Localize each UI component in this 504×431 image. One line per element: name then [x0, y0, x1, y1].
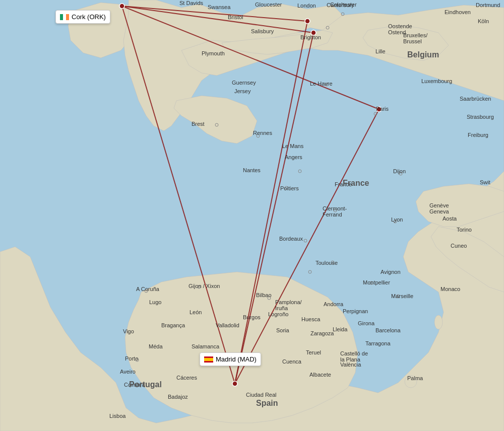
svg-point-10 — [119, 4, 124, 9]
svg-point-2 — [434, 315, 443, 329]
svg-point-13 — [376, 107, 382, 112]
madrid-airport-text: Madrid (MAD) — [216, 355, 257, 363]
svg-rect-39 — [204, 358, 213, 361]
svg-rect-35 — [60, 14, 63, 20]
svg-rect-36 — [63, 14, 66, 20]
svg-point-11 — [305, 19, 310, 24]
svg-point-12 — [311, 30, 316, 35]
map-container: Canterbury London Brighton St Davids Swa… — [0, 0, 504, 431]
cork-airport-text: Cork (ORK) — [72, 13, 106, 21]
map-background — [0, 0, 504, 431]
madrid-airport-label: Madrid (MAD) — [200, 352, 261, 366]
ireland-flag — [60, 14, 69, 20]
spain-flag — [204, 356, 213, 363]
svg-point-1 — [405, 376, 417, 388]
svg-rect-37 — [66, 14, 69, 20]
svg-point-14 — [232, 381, 237, 386]
cork-airport-label: Cork (ORK) — [55, 10, 110, 24]
